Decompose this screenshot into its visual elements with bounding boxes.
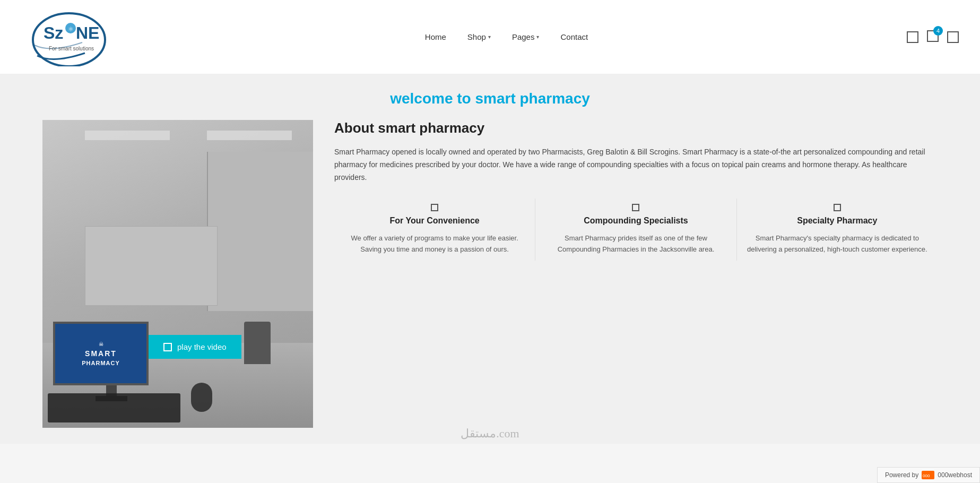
convenience-icon [431, 204, 438, 211]
header-icons: 4 [907, 30, 959, 44]
nav-home[interactable]: Home [425, 32, 446, 41]
feature-compounding-text: Smart Pharmacy prides itself as one of t… [544, 233, 727, 255]
shop-dropdown-arrow: ▾ [488, 34, 491, 40]
play-video-label: play the video [177, 342, 227, 351]
nav-contact[interactable]: Contact [560, 32, 588, 41]
compounding-icon [632, 204, 639, 211]
site-header: Sz ⚛ NE For smart solutions Home Shop ▾ … [0, 0, 980, 74]
cart-icon-wrapper: 4 [927, 30, 939, 44]
cart-badge: 4 [933, 26, 943, 36]
main-content: welcome to smart pharmacy ☠ S [0, 74, 980, 444]
feature-specialty: Specialty Pharmacy Smart Pharmacy's spec… [737, 199, 938, 260]
ceiling-light-1 [85, 131, 170, 140]
monitor-icon: ☠ [99, 341, 103, 347]
lab-chair [244, 322, 271, 364]
lab-background: ☠ SMART PHARMACY [42, 120, 313, 428]
logo-area[interactable]: Sz ⚛ NE For smart solutions [21, 8, 106, 66]
svg-text:NE: NE [76, 23, 99, 42]
monitor-sub: PHARMACY [82, 360, 120, 366]
about-title: About smart pharmacy [334, 120, 938, 136]
feature-compounding: Compounding Specialists Smart Pharmacy p… [535, 199, 736, 260]
play-icon [163, 343, 172, 351]
feature-convenience-title: For Your Convenience [343, 215, 526, 227]
welcome-title: welcome to smart pharmacy [42, 90, 938, 107]
mouse [191, 383, 212, 412]
pages-dropdown-arrow: ▾ [536, 34, 539, 40]
monitor-brand: SMART [85, 349, 117, 358]
svg-text:⚛: ⚛ [68, 25, 74, 33]
feature-specialty-title: Specialty Pharmacy [745, 215, 929, 227]
video-section: ☠ SMART PHARMACY play the video [42, 120, 313, 428]
features-row: For Your Convenience We offer a variety … [334, 199, 938, 260]
svg-text:Sz: Sz [44, 23, 63, 42]
nav-shop[interactable]: Shop ▾ [467, 32, 491, 41]
menu-icon[interactable] [947, 31, 959, 43]
search-icon[interactable] [907, 31, 918, 43]
feature-compounding-title: Compounding Specialists [544, 215, 727, 227]
about-text: Smart Pharmacy opened is locally owned a… [334, 146, 938, 184]
feature-convenience: For Your Convenience We offer a variety … [334, 199, 535, 260]
logo[interactable]: Sz ⚛ NE For smart solutions [21, 8, 106, 66]
feature-specialty-text: Smart Pharmacy's specialty pharmacy is d… [745, 233, 929, 255]
monitor-screen: ☠ SMART PHARMACY [53, 322, 149, 385]
keyboard [48, 393, 180, 422]
about-section: About smart pharmacy Smart Pharmacy open… [334, 120, 938, 261]
logo-svg: Sz ⚛ NE For smart solutions [21, 8, 106, 66]
feature-convenience-text: We offer a variety of programs to make y… [343, 233, 526, 255]
lab-shelves [207, 152, 313, 311]
content-row: ☠ SMART PHARMACY play the video [42, 120, 938, 428]
play-video-button[interactable]: play the video [149, 335, 241, 359]
ceiling-light-2 [207, 131, 292, 140]
svg-text:For smart solutions: For smart solutions [49, 46, 94, 51]
nav-pages[interactable]: Pages ▾ [512, 32, 540, 41]
main-nav: Home Shop ▾ Pages ▾ Contact [425, 32, 588, 41]
specialty-icon [834, 204, 841, 211]
lab-counter [85, 226, 218, 306]
